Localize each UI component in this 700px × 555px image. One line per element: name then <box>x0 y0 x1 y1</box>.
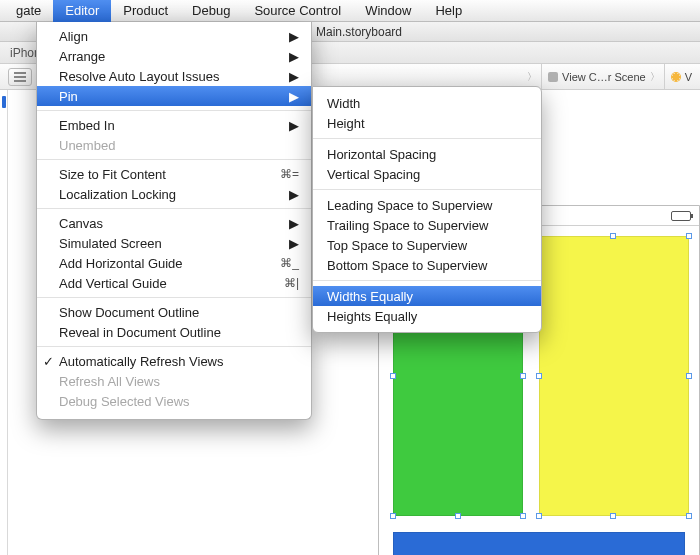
menu-label: Localization Locking <box>59 187 281 202</box>
menu-label: Heights Equally <box>327 309 417 324</box>
menu-label: Bottom Space to Superview <box>327 258 487 273</box>
submenu-item-vertical-spacing[interactable]: Vertical Spacing <box>313 164 541 184</box>
menu-item-debug-selected-views: Debug Selected Views <box>37 391 311 411</box>
editor-dropdown-menu: Align ▶ Arrange ▶ Resolve Auto Layout Is… <box>36 22 312 420</box>
submenu-item-height[interactable]: Height <box>313 113 541 133</box>
selection-handle[interactable] <box>536 513 542 519</box>
selection-handle[interactable] <box>520 513 526 519</box>
menu-shortcut: ⌘= <box>280 167 299 181</box>
menu-item-size-to-fit[interactable]: Size to Fit Content ⌘= <box>37 164 311 184</box>
menu-label: Show Document Outline <box>59 305 299 320</box>
submenu-item-trailing-space[interactable]: Trailing Space to Superview <box>313 215 541 235</box>
menu-item-auto-refresh-views[interactable]: ✓ Automatically Refresh Views <box>37 351 311 371</box>
menu-separator <box>37 208 311 209</box>
menu-label: Vertical Spacing <box>327 167 420 182</box>
toggle-outline-button[interactable] <box>8 68 32 86</box>
chevron-right-icon: 〉 <box>650 70 660 84</box>
menu-label: Refresh All Views <box>59 374 299 389</box>
selection-handle[interactable] <box>686 513 692 519</box>
left-gutter <box>0 90 8 555</box>
menu-item-reveal-in-outline[interactable]: Reveal in Document Outline <box>37 322 311 342</box>
breadcrumb-item-view[interactable]: V <box>664 64 692 89</box>
menu-separator <box>37 297 311 298</box>
submenu-arrow-icon: ▶ <box>289 236 299 251</box>
menu-separator <box>37 159 311 160</box>
submenu-arrow-icon: ▶ <box>289 49 299 64</box>
menubar-item-product[interactable]: Product <box>111 0 180 22</box>
submenu-item-horizontal-spacing[interactable]: Horizontal Spacing <box>313 144 541 164</box>
submenu-arrow-icon: ▶ <box>289 187 299 202</box>
menu-label: Size to Fit Content <box>59 167 272 182</box>
menu-item-add-vertical-guide[interactable]: Add Vertical Guide ⌘| <box>37 273 311 293</box>
submenu-arrow-icon: ▶ <box>289 216 299 231</box>
menu-item-pin[interactable]: Pin ▶ <box>37 86 311 106</box>
selection-handle[interactable] <box>610 233 616 239</box>
submenu-arrow-icon: ▶ <box>289 118 299 133</box>
submenu-arrow-icon: ▶ <box>289 29 299 44</box>
breadcrumb-label: View C…r Scene <box>562 71 646 83</box>
menu-item-localization-locking[interactable]: Localization Locking ▶ <box>37 184 311 204</box>
submenu-item-heights-equally[interactable]: Heights Equally <box>313 306 541 326</box>
breadcrumb-item-scene[interactable]: View C…r Scene <box>541 64 646 89</box>
menu-item-embed-in[interactable]: Embed In ▶ <box>37 115 311 135</box>
menu-item-unembed: Unembed <box>37 135 311 155</box>
menubar-item-editor[interactable]: Editor <box>53 0 111 22</box>
menu-label: Trailing Space to Superview <box>327 218 488 233</box>
menu-label: Align <box>59 29 281 44</box>
menu-item-canvas[interactable]: Canvas ▶ <box>37 213 311 233</box>
checkmark-icon: ✓ <box>43 354 54 369</box>
menu-label: Top Space to Superview <box>327 238 467 253</box>
menu-separator <box>37 110 311 111</box>
selection-handle[interactable] <box>520 373 526 379</box>
selection-handle[interactable] <box>686 233 692 239</box>
menu-shortcut: ⌘| <box>284 276 299 290</box>
selection-handle[interactable] <box>390 373 396 379</box>
submenu-arrow-icon: ▶ <box>289 89 299 104</box>
menubar-item-window[interactable]: Window <box>353 0 423 22</box>
menu-item-simulated-screen[interactable]: Simulated Screen ▶ <box>37 233 311 253</box>
breadcrumb-label: V <box>685 71 692 83</box>
submenu-item-top-space[interactable]: Top Space to Superview <box>313 235 541 255</box>
chevron-right-icon: 〉 <box>527 70 537 84</box>
menu-label: Leading Space to Superview <box>327 198 493 213</box>
menu-separator <box>313 189 541 190</box>
menu-label: Reveal in Document Outline <box>59 325 299 340</box>
submenu-item-bottom-space[interactable]: Bottom Space to Superview <box>313 255 541 275</box>
menu-item-arrange[interactable]: Arrange ▶ <box>37 46 311 66</box>
submenu-arrow-icon: ▶ <box>289 69 299 84</box>
menu-item-refresh-all-views: Refresh All Views <box>37 371 311 391</box>
menu-label: Height <box>327 116 365 131</box>
submenu-item-widths-equally[interactable]: Widths Equally <box>313 286 541 306</box>
selection-handle[interactable] <box>610 513 616 519</box>
menu-item-align[interactable]: Align ▶ <box>37 26 311 46</box>
menu-label: Embed In <box>59 118 281 133</box>
submenu-item-leading-space[interactable]: Leading Space to Superview <box>313 195 541 215</box>
battery-icon <box>671 211 691 221</box>
menubar-item-help[interactable]: Help <box>423 0 474 22</box>
menu-label: Add Horizontal Guide <box>59 256 272 271</box>
menu-item-add-horizontal-guide[interactable]: Add Horizontal Guide ⌘_ <box>37 253 311 273</box>
document-filename: Main.storyboard <box>316 25 402 39</box>
menu-label: Debug Selected Views <box>59 394 299 409</box>
menu-label: Pin <box>59 89 281 104</box>
view-controller-icon <box>671 72 681 82</box>
menu-item-show-document-outline[interactable]: Show Document Outline <box>37 302 311 322</box>
selection-handle[interactable] <box>390 513 396 519</box>
menu-label: Unembed <box>59 138 299 153</box>
selection-handle[interactable] <box>455 513 461 519</box>
selection-handle[interactable] <box>536 373 542 379</box>
blue-rectangle-view[interactable] <box>393 532 685 555</box>
menubar-item-source-control[interactable]: Source Control <box>242 0 353 22</box>
menu-separator <box>313 280 541 281</box>
menu-label: Resolve Auto Layout Issues <box>59 69 281 84</box>
menubar-item-debug[interactable]: Debug <box>180 0 242 22</box>
menubar-item-gate[interactable]: gate <box>4 0 53 22</box>
menu-label: Horizontal Spacing <box>327 147 436 162</box>
yellow-rectangle-view[interactable] <box>539 236 689 516</box>
menu-separator <box>313 138 541 139</box>
menu-item-resolve-auto-layout[interactable]: Resolve Auto Layout Issues ▶ <box>37 66 311 86</box>
menubar: gate Editor Product Debug Source Control… <box>0 0 700 22</box>
submenu-item-width[interactable]: Width <box>313 93 541 113</box>
menu-label: Widths Equally <box>327 289 413 304</box>
selection-handle[interactable] <box>686 373 692 379</box>
